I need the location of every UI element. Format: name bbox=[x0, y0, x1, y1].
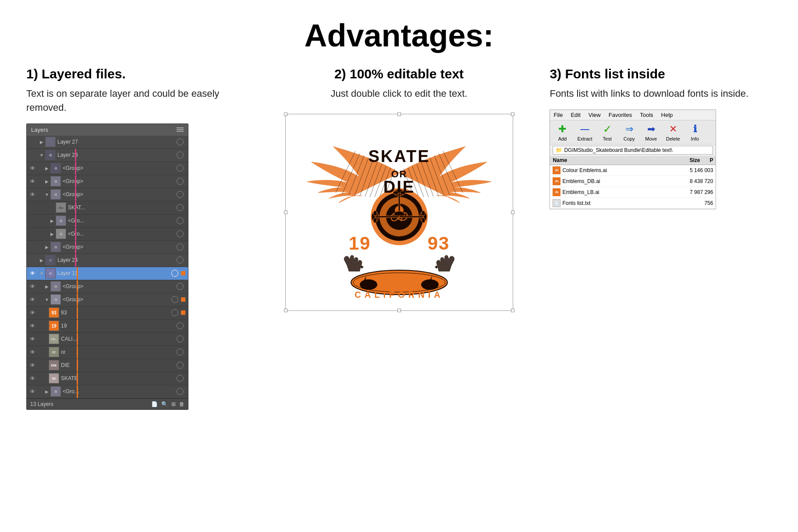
layer-expand[interactable]: ▼ bbox=[38, 153, 45, 158]
layer-visibility[interactable] bbox=[177, 335, 184, 342]
layer-row[interactable]: 👁 ▶ ⊞ <Group> bbox=[27, 280, 188, 293]
layer-row[interactable]: 👁 ▼ ⊞ <Group> bbox=[27, 293, 188, 307]
svg-line-5 bbox=[365, 162, 377, 197]
layers-arrange-icon[interactable]: ⊞ bbox=[171, 401, 176, 407]
menu-file[interactable]: File bbox=[553, 112, 563, 118]
layer-color-indicator bbox=[75, 175, 76, 188]
layer-row[interactable]: ▶ ⊞ <Group> bbox=[27, 241, 188, 254]
layer-row-selected[interactable]: 👁 ▼ ⊞ Layer 11 bbox=[27, 267, 188, 280]
layer-visibility[interactable] bbox=[171, 296, 178, 303]
menu-tools[interactable]: Tools bbox=[640, 112, 653, 118]
layer-eye[interactable]: 👁 bbox=[27, 336, 38, 342]
layer-expand[interactable]: ▶ bbox=[38, 140, 45, 144]
layer-row[interactable]: 👁 ▼ ⊞ <Group> bbox=[27, 188, 188, 201]
layer-visibility[interactable] bbox=[177, 362, 184, 369]
layer-row[interactable]: 👁 ▶ ⊞ <Gro... bbox=[27, 385, 188, 398]
layer-visibility[interactable] bbox=[177, 204, 184, 211]
layer-visibility[interactable] bbox=[177, 151, 184, 159]
file-row[interactable]: Ai Colour Emblems.ai 5 146 003 bbox=[550, 165, 716, 176]
layer-expand[interactable]: ▶ bbox=[43, 166, 50, 171]
copy-icon: ⇒ bbox=[623, 123, 635, 135]
svg-point-36 bbox=[422, 211, 425, 216]
layer-visibility[interactable] bbox=[177, 349, 184, 356]
layer-expand[interactable]: ▶ bbox=[43, 284, 50, 289]
toolbar-delete-button[interactable]: ✕ Delete bbox=[663, 122, 683, 142]
layer-expand[interactable]: ▼ bbox=[43, 192, 50, 197]
layer-eye[interactable]: 👁 bbox=[27, 362, 38, 369]
layer-row[interactable]: 👁 ▶ ⊞ <Group> bbox=[27, 175, 188, 188]
layer-visibility[interactable] bbox=[177, 178, 184, 185]
layer-visibility[interactable] bbox=[177, 217, 184, 224]
layers-search-icon[interactable]: 🔍 bbox=[161, 401, 168, 407]
layer-row[interactable]: 👁 SK SKATE bbox=[27, 372, 188, 385]
menu-help[interactable]: Help bbox=[661, 112, 673, 118]
svg-text:DIE: DIE bbox=[383, 178, 415, 196]
layer-row[interactable]: 👁 or or bbox=[27, 346, 188, 359]
layer-eye[interactable]: 👁 bbox=[27, 375, 38, 382]
layers-add-icon[interactable]: 📄 bbox=[151, 401, 158, 407]
layer-eye[interactable]: 👁 bbox=[27, 296, 38, 303]
layer-row[interactable]: 👁 ▶ ⊞ <Group> bbox=[27, 162, 188, 175]
layer-row[interactable]: ▶ ⊞ <Gro... bbox=[27, 228, 188, 241]
layer-expand[interactable]: ▶ bbox=[43, 389, 50, 394]
layer-row[interactable]: 👁 DIE DIE bbox=[27, 359, 188, 372]
layer-row[interactable]: 👁 19 19 bbox=[27, 320, 188, 333]
toolbar-copy-button[interactable]: ⇒ Copy bbox=[620, 122, 639, 142]
layers-delete-icon[interactable]: 🗑 bbox=[179, 401, 184, 407]
layer-row[interactable]: 👁 93 93 bbox=[27, 307, 188, 320]
layer-eye[interactable]: 👁 bbox=[27, 388, 38, 395]
layer-expand[interactable]: ▶ bbox=[43, 179, 50, 184]
layer-visibility[interactable] bbox=[177, 138, 184, 145]
layer-expand[interactable]: ▼ bbox=[43, 297, 50, 302]
layer-eye[interactable]: 👁 bbox=[27, 283, 38, 290]
layer-eye[interactable]: 👁 bbox=[27, 178, 38, 185]
layer-eye[interactable]: 👁 bbox=[27, 270, 38, 277]
toolbar-add-button[interactable]: ✚ Add bbox=[553, 122, 572, 142]
file-row[interactable]: Ai Emblems_LB.ai 7 987 296 bbox=[550, 187, 716, 198]
layer-color-indicator bbox=[75, 162, 76, 175]
menu-view[interactable]: View bbox=[589, 112, 601, 118]
svg-rect-28 bbox=[398, 193, 400, 215]
layer-visibility[interactable] bbox=[177, 257, 184, 264]
toolbar-test-button[interactable]: ✓ Test bbox=[598, 122, 617, 142]
toolbar-extract-button[interactable]: — Extract bbox=[575, 122, 595, 142]
file-row[interactable]: Ai Emblems_DB.ai 8 438 720 bbox=[550, 176, 716, 187]
layer-visibility[interactable] bbox=[177, 388, 184, 395]
layer-visibility[interactable] bbox=[177, 283, 184, 290]
layer-expand[interactable]: ▼ bbox=[38, 271, 45, 276]
layer-expand[interactable]: ▶ bbox=[49, 232, 56, 236]
layers-menu-icon[interactable] bbox=[177, 127, 184, 132]
move-label: Move bbox=[645, 136, 657, 141]
layer-visibility[interactable] bbox=[171, 309, 178, 316]
layer-thumb: ⊞ bbox=[50, 294, 61, 305]
layer-eye[interactable]: 👁 bbox=[27, 310, 38, 316]
layer-row[interactable]: ▶ Layer 27 bbox=[27, 136, 188, 149]
toolbar-info-button[interactable]: ℹ Info bbox=[685, 122, 705, 142]
layer-row[interactable]: Aa SKAT... bbox=[27, 201, 188, 215]
menu-edit[interactable]: Edit bbox=[571, 112, 580, 118]
layer-visibility[interactable] bbox=[177, 322, 184, 329]
layer-eye[interactable]: 👁 bbox=[27, 349, 38, 356]
layer-eye[interactable]: 👁 bbox=[27, 191, 38, 198]
layer-visibility[interactable] bbox=[177, 230, 184, 237]
file-row[interactable]: 📄 Fonts list.txt 756 bbox=[550, 198, 716, 209]
layer-expand[interactable]: ▶ bbox=[38, 258, 45, 263]
layer-expand[interactable]: ▶ bbox=[43, 245, 50, 250]
layer-eye[interactable]: 👁 bbox=[27, 323, 38, 329]
layer-row[interactable]: 👁 CA.. CALI... bbox=[27, 333, 188, 346]
layer-color-indicator-orange bbox=[77, 359, 78, 372]
layer-row[interactable]: ▶ ⊞ <Gro... bbox=[27, 215, 188, 228]
layer-row[interactable]: ▶ ⊙ Layer 24 bbox=[27, 254, 188, 267]
layer-eye[interactable]: 👁 bbox=[27, 165, 38, 172]
file-name: Ai Colour Emblems.ai bbox=[553, 166, 674, 174]
layer-visibility[interactable] bbox=[171, 270, 178, 277]
layer-visibility[interactable] bbox=[177, 191, 184, 198]
svg-point-25 bbox=[394, 189, 404, 196]
layer-expand[interactable]: ▶ bbox=[49, 218, 56, 223]
toolbar-move-button[interactable]: ➡ Move bbox=[642, 122, 661, 142]
layer-row[interactable]: ▼ ⊞ Layer 23 bbox=[27, 149, 188, 162]
layer-visibility[interactable] bbox=[177, 375, 184, 382]
layer-visibility[interactable] bbox=[177, 243, 184, 250]
menu-favorites[interactable]: Favorites bbox=[609, 112, 632, 118]
layer-visibility[interactable] bbox=[177, 165, 184, 172]
